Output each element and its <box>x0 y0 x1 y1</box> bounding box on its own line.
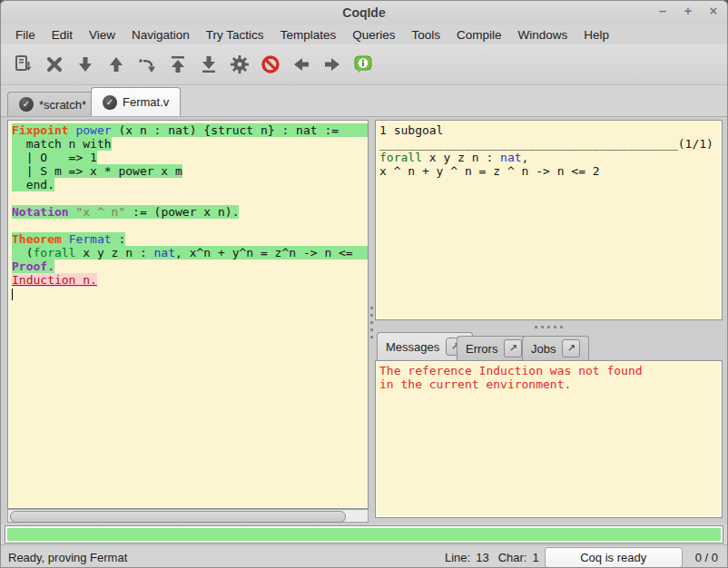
menu-try-tactics[interactable]: Try Tactics <box>199 26 271 44</box>
menu-compile[interactable]: Compile <box>449 26 509 44</box>
toolbar <box>1 44 727 85</box>
code-line <box>12 191 368 205</box>
code-line: in the current environment. <box>379 377 722 391</box>
menu-view[interactable]: View <box>82 26 123 44</box>
info-bubble-icon <box>352 54 374 75</box>
code-line: | S m => x * power x m <box>12 164 368 178</box>
close-button[interactable]: × <box>707 3 720 18</box>
status-bar: Ready, proving Fermat Line: 13 Char: 1 C… <box>1 544 727 568</box>
code-line: The reference Induction was not found <box>379 364 722 377</box>
stop-sign-icon <box>260 54 281 75</box>
next-button[interactable] <box>317 50 348 79</box>
go-to-start-button[interactable] <box>162 50 193 79</box>
menu-edit[interactable]: Edit <box>44 26 80 44</box>
vertical-splitter[interactable] <box>369 120 375 509</box>
step-forward-button[interactable] <box>70 50 101 79</box>
tab-fermat-label: Fermat.v <box>123 95 169 109</box>
status-message: Ready, proving Fermat <box>8 551 445 564</box>
tab-scratch[interactable]: ✓ *scratch* <box>7 92 98 116</box>
menu-tools[interactable]: Tools <box>404 26 448 44</box>
menu-file[interactable]: File <box>8 26 43 44</box>
minimize-button[interactable]: – <box>656 3 669 18</box>
menu-windows[interactable]: Windows <box>510 26 575 44</box>
code-line: Theorem Fermat : <box>12 232 368 246</box>
code-line: x ^ n + y ^ n = z ^ n -> n <= 2 <box>379 164 722 178</box>
tab-jobs[interactable]: Jobs ↗ <box>522 336 589 360</box>
script-editor[interactable]: Fixpoint power (x n : nat) {struct n} : … <box>7 120 369 509</box>
code-line: match n with <box>12 137 368 151</box>
previous-button[interactable] <box>286 50 317 79</box>
code-line: end. <box>12 178 368 191</box>
code-line: (forall x y z n : nat, x^n + y^n = z^n -… <box>12 246 369 260</box>
title-bar[interactable]: CoqIde – + × <box>1 1 727 24</box>
tab-jobs-label: Jobs <box>531 342 556 356</box>
jobs-counter: 0 / 0 <box>695 551 718 564</box>
arrow-down-icon <box>74 54 96 75</box>
tab-messages-label: Messages <box>386 340 439 354</box>
arrow-down-bar-icon <box>198 54 220 75</box>
menu-bar: File Edit View Navigation Try Tactics Te… <box>1 24 727 44</box>
code-line: 1 subgoal <box>379 123 722 137</box>
main-area: Fixpoint power (x n : nat) {struct n} : … <box>1 117 727 524</box>
editor-hscrollbar[interactable] <box>7 509 369 523</box>
goal-text: 1 subgoal_______________________________… <box>376 121 722 178</box>
coqide-window: CoqIde – + × File Edit View Navigation T… <box>0 0 728 568</box>
code-line: Notation "x ^ n" := (power x n). <box>12 205 368 219</box>
char-value: 1 <box>532 551 538 564</box>
code-line: Fixpoint power (x n : nat) {struct n} : … <box>12 123 369 137</box>
menu-navigation[interactable]: Navigation <box>124 26 197 44</box>
arrow-left-icon <box>290 54 312 75</box>
detach-icon[interactable]: ↗ <box>504 339 522 357</box>
close-buffer-button[interactable] <box>39 50 70 79</box>
check-circle-icon: ✓ <box>103 95 117 110</box>
step-backward-button[interactable] <box>101 50 132 79</box>
code-line: | O => 1 <box>12 151 368 164</box>
hscrollbar-thumb[interactable] <box>10 511 346 523</box>
messages-view[interactable]: The reference Induction was not foundin … <box>375 360 723 518</box>
about-button[interactable] <box>348 50 379 79</box>
arrow-up-bar-icon <box>167 54 189 75</box>
messages-text: The reference Induction was not foundin … <box>376 361 722 391</box>
go-to-end-button[interactable] <box>193 50 224 79</box>
detach-icon[interactable]: ↗ <box>562 339 580 357</box>
goal-view[interactable]: 1 subgoal_______________________________… <box>375 120 723 320</box>
menu-queries[interactable]: Queries <box>345 26 402 44</box>
message-tab-strip: Messages ↗ Errors ↗ Jobs ↗ <box>375 333 723 360</box>
fully-check-button[interactable] <box>224 50 255 79</box>
code-line <box>12 287 368 300</box>
menu-templates[interactable]: Templates <box>273 26 344 44</box>
code-line: ________________________________________… <box>379 137 722 151</box>
char-label: Char: <box>498 551 527 564</box>
tab-errors[interactable]: Errors ↗ <box>457 336 531 360</box>
code-line: Proof. <box>12 260 368 273</box>
interrupt-button[interactable] <box>255 50 286 79</box>
tab-scratch-label: *scratch* <box>39 98 86 112</box>
script-code: Fixpoint power (x n : nat) {struct n} : … <box>8 121 368 300</box>
arrow-up-icon <box>105 54 127 75</box>
close-icon <box>44 54 65 75</box>
progress-bar <box>5 525 723 544</box>
gear-icon <box>229 54 251 75</box>
go-to-cursor-icon <box>136 54 158 75</box>
go-to-cursor-button[interactable] <box>132 50 162 79</box>
window-title: CoqIde <box>1 5 727 20</box>
maximize-button[interactable]: + <box>682 3 694 18</box>
code-line: Induction n. <box>12 273 368 287</box>
check-circle-icon: ✓ <box>19 97 34 112</box>
line-value: 13 <box>476 551 488 564</box>
coq-status-button[interactable]: Coq is ready <box>545 547 683 568</box>
tab-fermat[interactable]: ✓ Fermat.v <box>91 87 181 116</box>
text-cursor <box>12 289 13 300</box>
line-label: Line: <box>445 551 470 564</box>
code-line <box>12 219 368 232</box>
save-icon <box>13 54 34 75</box>
tab-errors-label: Errors <box>466 342 497 356</box>
code-line: forall x y z n : nat, <box>379 151 722 164</box>
buffer-tab-strip: ✓ *scratch* ✓ Fermat.v <box>1 84 727 117</box>
save-button[interactable] <box>8 50 39 79</box>
arrow-right-icon <box>321 54 343 75</box>
menu-help[interactable]: Help <box>576 26 616 44</box>
